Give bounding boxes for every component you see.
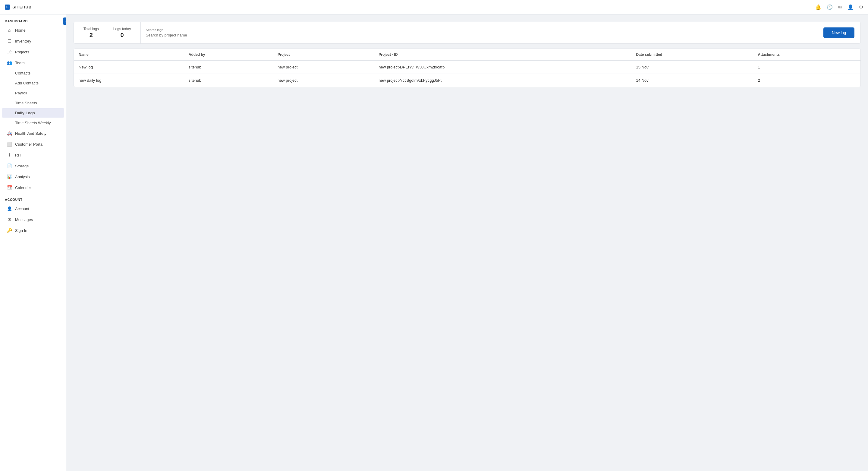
sidebar-item-daily-logs[interactable]: Daily Logs (2, 108, 64, 118)
notification-icon[interactable]: 🔔 (815, 4, 821, 10)
health-safety-icon: 🚑 (7, 131, 12, 136)
mail-icon[interactable]: ✉ (838, 4, 842, 10)
sidebar-item-label-calender: Calender (15, 185, 31, 190)
sidebar-item-calender[interactable]: 📅 Calender (2, 182, 64, 193)
new-log-section: New log (817, 22, 861, 43)
cell-project-id-0: new project-DPEtYvFW3JUxm2t9cafp (374, 61, 631, 74)
sidebar-item-label-projects: Projects (15, 50, 29, 54)
home-icon: ⌂ (7, 28, 12, 33)
clock-icon[interactable]: 🕐 (827, 4, 833, 10)
sidebar-item-label-messages: Messages (15, 217, 33, 222)
col-header-date-submitted: Date submitted (631, 49, 753, 61)
search-input[interactable] (146, 33, 812, 37)
sidebar-item-label-team: Team (15, 61, 25, 65)
logs-table-container: Name Added by Project Project - ID Date … (73, 49, 861, 87)
col-header-name: Name (74, 49, 184, 61)
payroll-label: Payroll (15, 91, 27, 95)
cell-name-0: New log (74, 61, 184, 74)
sidebar-item-time-sheets[interactable]: Time Sheets (2, 98, 64, 108)
table-row[interactable]: New log sitehub new project new project-… (74, 61, 861, 74)
search-section: Search logs (141, 22, 817, 43)
sidebar-item-rfi[interactable]: ℹ RFI (2, 150, 64, 160)
rfi-icon: ℹ (7, 153, 12, 157)
logs-today-label: Logs today (113, 27, 131, 31)
header-icons: 🔔 🕐 ✉ 👤 ⚙ (815, 4, 863, 10)
logo-icon: S (5, 4, 10, 10)
sidebar-item-label-rfi: RFI (15, 153, 22, 157)
sidebar-item-payroll[interactable]: Payroll (2, 88, 64, 98)
total-logs-stat: Total logs 2 (84, 27, 99, 38)
time-sheets-label: Time Sheets (15, 101, 37, 105)
table-header-row: Name Added by Project Project - ID Date … (74, 49, 861, 61)
top-bar: Total logs 2 Logs today 0 Search logs Ne… (73, 22, 861, 44)
sidebar-item-storage[interactable]: 📄 Storage (2, 161, 64, 171)
sidebar-item-customer-portal[interactable]: ⬜ Customer Portal (2, 139, 64, 149)
content-area: Total logs 2 Logs today 0 Search logs Ne… (66, 14, 868, 471)
messages-icon: ✉ (7, 217, 12, 222)
team-icon: 👥 (7, 60, 12, 65)
inventory-icon: ☰ (7, 38, 12, 43)
sidebar-item-account[interactable]: 👤 Account (2, 204, 64, 214)
storage-icon: 📄 (7, 164, 12, 168)
sign-in-icon: 🔑 (7, 228, 12, 233)
sidebar: ◀ DASHBOARD ⌂ Home ☰ Inventory ⎇ Project… (0, 14, 66, 471)
daily-logs-label: Daily Logs (15, 111, 35, 115)
logo-area: S SITEHUB (5, 4, 32, 10)
cell-attachments-0: 1 (753, 61, 861, 74)
calender-icon: 📅 (7, 185, 12, 190)
col-header-attachments: Attachments (753, 49, 861, 61)
sidebar-item-inventory[interactable]: ☰ Inventory (2, 36, 64, 46)
logo-text: SITEHUB (12, 5, 32, 9)
analysis-icon: 📊 (7, 174, 12, 179)
cell-added-by-1: sitehub (184, 74, 273, 87)
total-logs-label: Total logs (84, 27, 99, 31)
sidebar-item-label-analysis: Analysis (15, 175, 30, 179)
sidebar-item-analysis[interactable]: 📊 Analysis (2, 172, 64, 182)
sidebar-item-label-inventory: Inventory (15, 39, 31, 43)
logs-table: Name Added by Project Project - ID Date … (74, 49, 861, 87)
time-sheets-weekly-label: Time Sheets Weekly (15, 121, 51, 125)
sidebar-item-label-home: Home (15, 28, 26, 33)
sidebar-item-projects[interactable]: ⎇ Projects (2, 47, 64, 57)
search-label: Search logs (146, 28, 812, 32)
new-log-button[interactable]: New log (824, 27, 855, 38)
sidebar-item-add-contacts[interactable]: Add Contacts (2, 79, 64, 88)
sidebar-item-label-health-safety: Health And Safety (15, 131, 46, 136)
sidebar-item-messages[interactable]: ✉ Messages (2, 214, 64, 225)
account-icon: 👤 (7, 206, 12, 211)
sidebar-item-health-safety[interactable]: 🚑 Health And Safety (2, 128, 64, 139)
cell-name-1: new daily log (74, 74, 184, 87)
cell-date-0: 15 Nov (631, 61, 753, 74)
logs-today-value: 0 (113, 32, 131, 38)
sidebar-item-label-storage: Storage (15, 164, 29, 168)
sidebar-item-sign-in[interactable]: 🔑 Sign In (2, 225, 64, 235)
col-header-added-by: Added by (184, 49, 273, 61)
top-header: S SITEHUB 🔔 🕐 ✉ 👤 ⚙ (0, 0, 868, 14)
account-section-label: ACCOUNT (0, 193, 66, 203)
col-header-project-id: Project - ID (374, 49, 631, 61)
cell-project-0: new project (273, 61, 374, 74)
user-icon[interactable]: 👤 (847, 4, 854, 10)
settings-icon[interactable]: ⚙ (859, 4, 863, 10)
sidebar-item-team[interactable]: 👥 Team (2, 58, 64, 68)
sidebar-item-time-sheets-weekly[interactable]: Time Sheets Weekly (2, 118, 64, 127)
projects-icon: ⎇ (7, 50, 12, 54)
sidebar-item-home[interactable]: ⌂ Home (2, 25, 64, 35)
cell-project-1: new project (273, 74, 374, 87)
cell-added-by-0: sitehub (184, 61, 273, 74)
sidebar-item-contacts[interactable]: Contacts (2, 68, 64, 78)
dashboard-section-label: DASHBOARD (0, 14, 66, 25)
main-layout: ◀ DASHBOARD ⌂ Home ☰ Inventory ⎇ Project… (0, 14, 868, 471)
logs-today-stat: Logs today 0 (113, 27, 131, 38)
sidebar-item-label-account: Account (15, 207, 29, 211)
cell-attachments-1: 2 (753, 74, 861, 87)
cell-date-1: 14 Nov (631, 74, 753, 87)
add-contacts-label: Add Contacts (15, 81, 38, 85)
stats-section: Total logs 2 Logs today 0 (74, 22, 141, 43)
contacts-label: Contacts (15, 71, 30, 76)
col-header-project: Project (273, 49, 374, 61)
sidebar-item-label-sign-in: Sign In (15, 228, 27, 233)
cell-project-id-1: new project-YccSgdlnVxkPycggJ5Ft (374, 74, 631, 87)
table-row[interactable]: new daily log sitehub new project new pr… (74, 74, 861, 87)
sidebar-toggle-button[interactable]: ◀ (63, 18, 66, 25)
